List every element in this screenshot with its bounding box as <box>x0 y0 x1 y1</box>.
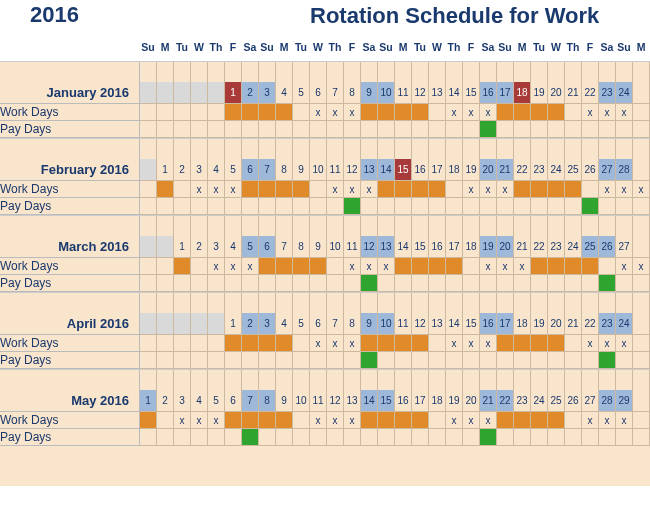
pay-days-label: Pay Days <box>0 121 140 138</box>
rotation-schedule-page: 2016 Rotation Schedule for Work SuMTuWTh… <box>0 0 650 486</box>
pay-days-label: Pay Days <box>0 352 140 369</box>
month-name: April 2016 <box>0 313 140 335</box>
dow-cell: Th <box>208 33 225 61</box>
dow-grid: SuMTuWThFSaSuMTuWThFSaSuMTuWThFSaSuMTuWT… <box>140 33 650 61</box>
dow-cell: F <box>225 33 242 61</box>
dow-cell: Th <box>565 33 582 61</box>
month-name: May 2016 <box>0 390 140 412</box>
month-block: April 2016123456789101112131415161718192… <box>0 292 650 369</box>
dow-cell: Su <box>497 33 514 61</box>
dow-cell: Su <box>378 33 395 61</box>
dow-cell: Th <box>327 33 344 61</box>
months-container: January 20161234567891011121314151617181… <box>0 61 650 446</box>
dow-cell: Su <box>140 33 157 61</box>
work-days-label: Work Days <box>0 258 140 275</box>
dow-cell: W <box>548 33 565 61</box>
month-block: January 20161234567891011121314151617181… <box>0 61 650 138</box>
dow-cell: M <box>633 33 650 61</box>
work-days-label: Work Days <box>0 181 140 198</box>
dow-cell: Tu <box>412 33 429 61</box>
dow-cell: F <box>582 33 599 61</box>
month-block: February 2016123456789101112131415161718… <box>0 138 650 215</box>
dow-cell: W <box>191 33 208 61</box>
month-name: March 2016 <box>0 236 140 258</box>
dow-cell: Sa <box>361 33 378 61</box>
pay-days-label: Pay Days <box>0 429 140 446</box>
dow-cell: Tu <box>531 33 548 61</box>
page-title: Rotation Schedule for Work <box>140 3 599 29</box>
dow-cell: Su <box>259 33 276 61</box>
header: 2016 Rotation Schedule for Work <box>0 0 650 33</box>
dow-cell: Sa <box>242 33 259 61</box>
month-name: February 2016 <box>0 159 140 181</box>
dow-cell: M <box>395 33 412 61</box>
pay-days-label: Pay Days <box>0 275 140 292</box>
dow-cell: Tu <box>293 33 310 61</box>
dow-cell: Sa <box>599 33 616 61</box>
dow-spacer <box>0 33 140 61</box>
month-block: May 201612345678910111213141516171819202… <box>0 369 650 446</box>
year-label: 2016 <box>0 0 140 32</box>
dow-cell: F <box>344 33 361 61</box>
pay-days-label: Pay Days <box>0 198 140 215</box>
work-days-label: Work Days <box>0 335 140 352</box>
dow-cell: M <box>514 33 531 61</box>
dow-cell: Th <box>446 33 463 61</box>
day-of-week-header: SuMTuWThFSaSuMTuWThFSaSuMTuWThFSaSuMTuWT… <box>0 33 650 61</box>
dow-cell: M <box>276 33 293 61</box>
dow-cell: W <box>429 33 446 61</box>
work-days-label: Work Days <box>0 412 140 429</box>
dow-cell: W <box>310 33 327 61</box>
work-days-label: Work Days <box>0 104 140 121</box>
dow-cell: Tu <box>174 33 191 61</box>
dow-cell: F <box>463 33 480 61</box>
month-name: January 2016 <box>0 82 140 104</box>
month-block: March 2016123456789101112131415161718192… <box>0 215 650 292</box>
dow-cell: Sa <box>480 33 497 61</box>
dow-cell: M <box>157 33 174 61</box>
dow-cell: Su <box>616 33 633 61</box>
